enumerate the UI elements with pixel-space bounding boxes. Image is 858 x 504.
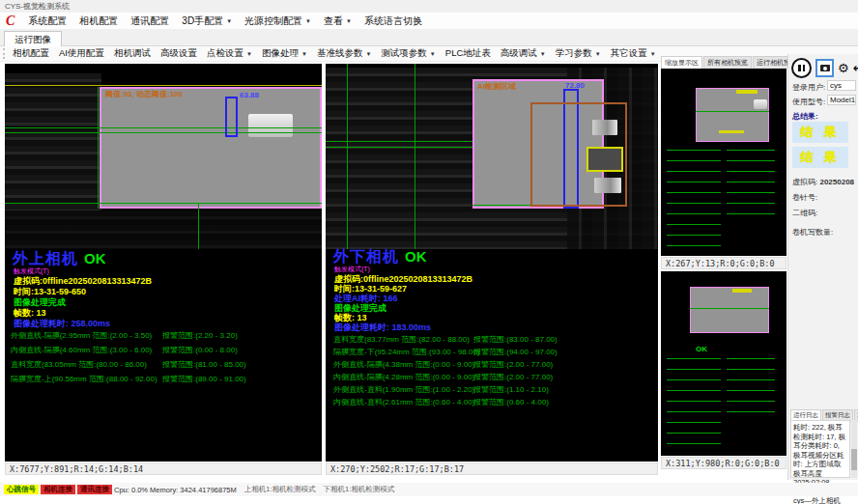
camera-icon [820, 65, 830, 71]
measurement-alarm: 报警范围:(83.00 - 87.00) [473, 334, 558, 345]
app-logo-icon: C [6, 14, 14, 29]
tool-label: 测试项参数 [381, 47, 427, 60]
pause-icon [803, 65, 806, 71]
barcode-value: 20250208 [819, 178, 854, 186]
chevron-down-icon: ▼ [346, 18, 352, 24]
comm-link-status-badge: 通讯连接 [77, 485, 112, 494]
tool-test-params[interactable]: 测试项参数▼ [381, 47, 435, 60]
menu-item-camera-config[interactable]: 相机配置 [79, 14, 118, 28]
thumb-ok-text: OK [696, 345, 707, 353]
model-input[interactable]: Model1 [827, 95, 856, 105]
chevron-down-icon: ▼ [226, 18, 232, 24]
connector-tab [248, 114, 293, 137]
chevron-down-icon: ▼ [305, 18, 311, 24]
model-label: 使用型号: [792, 97, 825, 107]
result-block-upper: 结 果 [792, 122, 848, 143]
camera-view-button[interactable] [815, 59, 834, 77]
yellow-guide-line [5, 85, 322, 86]
tab-run-image[interactable]: 运行图像 [4, 31, 62, 46]
chevron-down-icon: ▼ [301, 51, 307, 57]
machinery-texture [5, 73, 101, 210]
chevron-down-icon: ▼ [540, 51, 546, 57]
menu-bar: C 系统配置 相机配置 通讯配置 3D手配置▼ 光源控制配置▼ 查看▼ 系统语言… [0, 13, 858, 29]
log-scrollbar[interactable] [851, 420, 857, 478]
green-measure-line [326, 141, 480, 142]
yellow-detect-box [586, 147, 623, 172]
green-measure-line [690, 308, 769, 309]
menu-item-light-control[interactable]: 光源控制配置▼ [244, 14, 311, 28]
tool-camera-debug[interactable]: 相机调试 [114, 47, 151, 60]
thumb-annotation-lines [667, 150, 721, 250]
login-user-input[interactable]: cys [827, 80, 856, 91]
chevron-down-icon: ▼ [595, 51, 601, 57]
menu-item-3d-hand-config[interactable]: 3D手配置▼ [182, 14, 232, 28]
tool-advanced-settings[interactable]: 高级设置 [160, 47, 197, 60]
preview-tab-zoom[interactable]: 缩放显示区 [661, 56, 702, 69]
menu-item-language-switch[interactable]: 系统语言切换 [364, 14, 422, 28]
chevron-down-icon: ▼ [365, 51, 371, 57]
settings-button[interactable]: ⚙ [838, 61, 849, 75]
menu-label: 查看 [324, 14, 343, 28]
preview-thumb-1[interactable] [661, 69, 786, 256]
tab-strip: 运行图像 [0, 29, 858, 46]
measurement-name: 内侧直线-隔膜(4.60mm 范围:(3.00 - 6.00) [11, 345, 152, 355]
menu-label: 系统语言切换 [364, 14, 422, 28]
preview-thumb-2[interactable]: OK [661, 271, 786, 456]
result-ok-badge: OK [84, 250, 106, 266]
heartbeat-status-badge: 心跳信号 [4, 485, 39, 494]
bottom-camera-mode-text: 下相机1:相机检测模式 [324, 485, 395, 494]
sidebar-button-row: ⚙ ↩ [791, 58, 858, 78]
menu-item-view[interactable]: 查看▼ [324, 14, 352, 28]
pause-button[interactable] [791, 58, 812, 78]
yellow-mark [719, 130, 744, 133]
measurement-name: 内侧直线-隔膜(4.28mm 范围:(0.00 - 9.00) [333, 372, 474, 382]
return-arrow-icon: ↩ [853, 61, 858, 75]
tool-label: AI使用配置 [59, 47, 104, 60]
green-measure-line [415, 64, 415, 249]
tool-label: PLC地址表 [445, 47, 491, 60]
preview-tab-all-cameras[interactable]: 所有相机预览 [703, 56, 752, 69]
green-measure-line [5, 127, 322, 128]
blue-marker-label: 63.88 [240, 91, 259, 99]
menu-item-system-config[interactable]: 系统配置 [28, 14, 67, 28]
tool-ai-usage-config[interactable]: AI使用配置 [59, 47, 104, 60]
tool-learning-params[interactable]: 学习参数▼ [556, 47, 601, 60]
measurement-alarm: 报警范围:(94.00 - 97.00) [473, 347, 558, 357]
log-text-area[interactable]: 耗时: 222, 极耳检测耗时: 17, 极耳分类耗时: 0, 极耳视频分区耗时… [790, 420, 850, 478]
thumb2-coords-bar: X:311;Y:980;R:0;G:0;B:0 [661, 457, 786, 469]
toolbar-grip [3, 48, 8, 59]
measurement-alarm: 报警范围:(0.60 - 4.00) [473, 397, 549, 407]
measurement-alarm: 报警范围:(2.00 - 77.00) [473, 372, 553, 382]
measurement-alarm: 报警范围:(81.00 - 85.00) [162, 359, 246, 370]
tool-label: 高级调试 [500, 47, 537, 60]
machinery-texture [5, 210, 322, 249]
tool-camera-config[interactable]: 相机配置 [13, 47, 49, 60]
needle-label: 卷针号: [792, 192, 817, 203]
top-camera-mode-text: 上相机1:相机检测模式 [244, 485, 316, 494]
yellow-mark [736, 90, 758, 94]
tool-advanced-debug[interactable]: 高级调试▼ [500, 47, 546, 60]
tool-image-process[interactable]: 图像处理▼ [262, 47, 307, 60]
tool-spot-check[interactable]: 点检设置▼ [207, 47, 252, 60]
measurement-name: 隔膜宽度-上(90.56mm 范围:(88.00 - 92.00) [11, 374, 157, 384]
measurement-alarm: 报警范围:(89.00 - 91.00) [162, 374, 246, 384]
measurement-alarm: 报警范围:(1.10 - 2.10) [473, 384, 549, 395]
log-scrollbar-thumb[interactable] [851, 449, 857, 470]
green-measure-line [5, 203, 322, 204]
measurement-name: 隔膜宽度-下(95.24mm 范围:(93.00 - 98.00) [333, 347, 480, 357]
elapsed-line: 图像处理耗时: 258.00ms [14, 318, 110, 330]
menu-item-comm-config[interactable]: 通讯配置 [130, 14, 169, 28]
count-label: 卷机写数量: [792, 227, 833, 238]
reset-button[interactable]: ↩ [853, 61, 858, 75]
tool-label: 其它设置 [611, 47, 647, 60]
tool-plc-address-table[interactable]: PLC地址表 [445, 47, 491, 60]
measurement-alarm: 报警范围:(0.00 - 8.00) [162, 345, 238, 355]
chevron-down-icon: ▼ [246, 51, 252, 57]
middle-camera-panel[interactable]: AI检测区域 72.80 外下相机 OK 触发模式(T) 虚拟码:0ffline… [326, 64, 658, 462]
tool-baseline-params[interactable]: 基准线参数▼ [317, 47, 371, 60]
measurement-name: 外侧直线-直料(1.90mm 范围:(1.00 - 2.20) [333, 384, 474, 395]
tool-label: 学习参数 [556, 47, 592, 60]
measurement-alarm: 报警范围:(2.20 - 3.20) [162, 330, 238, 341]
tool-other-settings[interactable]: 其它设置▼ [611, 47, 656, 60]
left-camera-panel[interactable]: 阈值:93, 动态阈值:100 63.88 外上相机 OK 触发模式(T) 虚拟… [5, 64, 322, 462]
